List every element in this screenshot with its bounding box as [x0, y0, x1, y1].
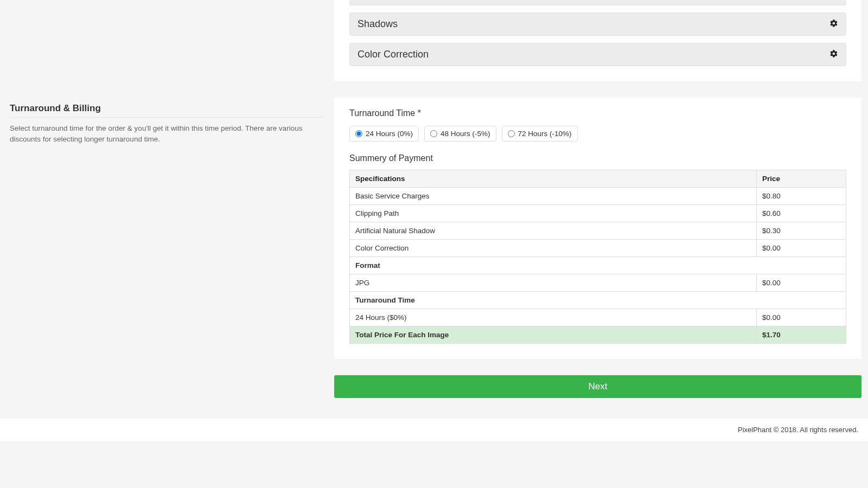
- turnaround-section-label: Turnaround Time: [350, 292, 846, 309]
- total-price: $1.70: [757, 326, 846, 344]
- spec-turnaround: 24 Hours ($0%): [350, 309, 757, 326]
- price-turnaround: $0.00: [757, 309, 846, 326]
- price-clipping-path: $0.60: [757, 205, 846, 222]
- turnaround-option-72[interactable]: 72 Hours (-10%): [502, 126, 578, 142]
- accordion-shadows-label: Shadows: [358, 18, 398, 30]
- price-basic-service: $0.80: [757, 188, 846, 205]
- footer-copyright: PixelPhant © 2018. All rights reserved.: [0, 418, 868, 441]
- options-card: Shadows Color Correction: [334, 0, 861, 81]
- turnaround-option-48[interactable]: 48 Hours (-5%): [424, 126, 496, 142]
- summary-of-payment-heading: Summery of Payment: [349, 153, 846, 163]
- turnaround-radio-72[interactable]: [508, 130, 515, 137]
- turnaround-radio-48[interactable]: [430, 130, 437, 137]
- table-row-total: Total Price For Each Image $1.70: [350, 326, 846, 344]
- price-jpg: $0.00: [757, 274, 846, 292]
- payment-summary-table: Specifications Price Basic Service Charg…: [349, 170, 846, 344]
- next-button[interactable]: Next: [334, 375, 861, 398]
- accordion-shadows[interactable]: Shadows: [349, 12, 846, 36]
- gear-icon: [829, 19, 838, 29]
- turnaround-option-48-label: 48 Hours (-5%): [441, 130, 490, 138]
- turnaround-billing-description: Select turnaround time for the order & y…: [10, 123, 324, 145]
- table-row: JPG $0.00: [350, 274, 846, 292]
- table-row-format-header: Format: [350, 257, 846, 274]
- turnaround-radio-group: 24 Hours (0%) 48 Hours (-5%) 72 Hours (-…: [349, 126, 846, 142]
- table-header-row: Specifications Price: [350, 170, 846, 188]
- gear-icon: [829, 49, 838, 60]
- spec-shadow: Artificial Natural Shadow: [350, 222, 757, 240]
- accordion-previous-stub[interactable]: [349, 0, 846, 5]
- price-color-correction: $0.00: [757, 240, 846, 257]
- turnaround-radio-24[interactable]: [355, 130, 362, 137]
- col-price: Price: [757, 170, 846, 188]
- price-shadow: $0.30: [757, 222, 846, 240]
- spec-basic-service: Basic Service Charges: [350, 188, 757, 205]
- table-row: 24 Hours ($0%) $0.00: [350, 309, 846, 326]
- format-section-label: Format: [350, 257, 846, 274]
- table-row-turnaround-header: Turnaround Time: [350, 292, 846, 309]
- table-row: Basic Service Charges $0.80: [350, 188, 846, 205]
- turnaround-option-24[interactable]: 24 Hours (0%): [349, 126, 419, 142]
- turnaround-option-72-label: 72 Hours (-10%): [518, 130, 572, 138]
- turnaround-billing-heading: Turnaround & Billing: [10, 103, 324, 118]
- table-row: Clipping Path $0.60: [350, 205, 846, 222]
- accordion-color-correction-label: Color Correction: [358, 49, 429, 60]
- col-specifications: Specifications: [350, 170, 757, 188]
- spec-color-correction: Color Correction: [350, 240, 757, 257]
- spec-jpg: JPG: [350, 274, 757, 292]
- billing-card: Turnaround Time * 24 Hours (0%) 48 Hours…: [334, 98, 861, 359]
- accordion-color-correction[interactable]: Color Correction: [349, 43, 846, 66]
- table-row: Artificial Natural Shadow $0.30: [350, 222, 846, 240]
- total-label: Total Price For Each Image: [350, 326, 757, 344]
- turnaround-time-label: Turnaround Time *: [349, 108, 846, 118]
- table-row: Color Correction $0.00: [350, 240, 846, 257]
- turnaround-option-24-label: 24 Hours (0%): [366, 130, 413, 138]
- spec-clipping-path: Clipping Path: [350, 205, 757, 222]
